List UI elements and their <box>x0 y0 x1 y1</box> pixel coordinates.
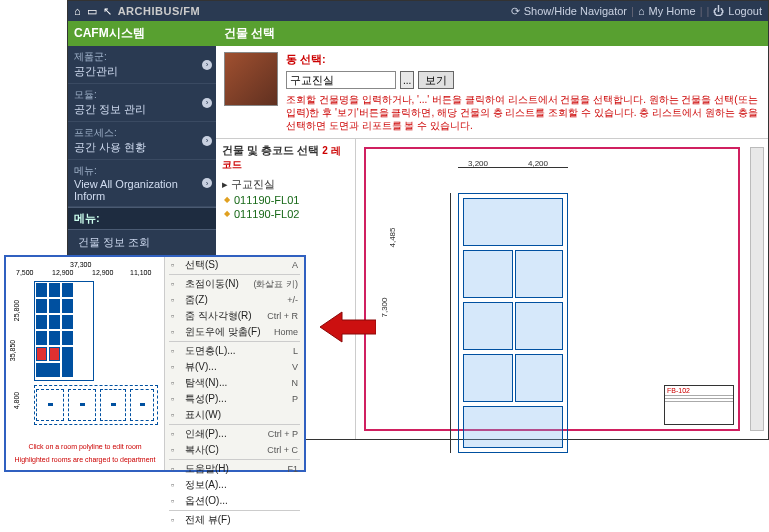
title-block-row <box>665 399 733 402</box>
sidebar-group-product[interactable]: 제품군: 공간관리 › <box>68 46 216 84</box>
context-menu-shortcut: L <box>293 346 298 356</box>
context-menu-item[interactable]: ▫뷰(V)...V <box>165 359 304 375</box>
mini-floorplan[interactable]: 37,300 7,500 12,900 12,900 11,100 25,800… <box>10 261 160 441</box>
search-note: 조회할 건물명을 입력하거나, '...' 버튼을 클릭하여 리스트에서 건물을… <box>286 93 760 132</box>
mini-room-highlight[interactable] <box>36 315 47 329</box>
context-menu-item[interactable]: ▫줌 직사각형(R)Ctrl + R <box>165 308 304 324</box>
tool-icon: ▫ <box>171 480 185 490</box>
context-menu-separator <box>169 424 300 425</box>
nav-icon[interactable]: ▭ <box>87 5 97 18</box>
mini-room-highlight[interactable] <box>36 299 47 313</box>
mini-room-selected[interactable] <box>49 347 60 361</box>
tool-icon: ▫ <box>171 260 185 270</box>
folder-icon: ▸ <box>222 178 231 190</box>
room[interactable] <box>463 354 513 402</box>
context-menu-item[interactable]: ▫인쇄(P)...Ctrl + P <box>165 426 304 442</box>
chevron-right-icon[interactable]: › <box>202 178 212 188</box>
context-menu-item[interactable]: ▫전체 뷰(F) <box>165 512 304 528</box>
building-search-input[interactable] <box>286 71 396 89</box>
context-menu-item[interactable]: ▫정보(A)... <box>165 477 304 493</box>
tree-root-label: 구교진실 <box>231 178 275 190</box>
room[interactable] <box>463 198 563 246</box>
chevron-right-icon[interactable]: › <box>202 98 212 108</box>
context-menu-item[interactable]: ▫도움말(H)F1 <box>165 461 304 477</box>
popup-note-1: Click on a room polyline to edit room <box>10 441 160 453</box>
logout-link[interactable]: Logout <box>728 5 762 17</box>
search-label: 동 선택: <box>286 52 326 67</box>
context-menu-item[interactable]: ▫줌(Z)+/- <box>165 292 304 308</box>
chevron-right-icon[interactable]: › <box>202 136 212 146</box>
search-line: 동 선택: <box>286 52 760 67</box>
vertical-scrollbar[interactable] <box>750 147 764 431</box>
tool-icon: ▫ <box>171 464 185 474</box>
mini-room-highlight[interactable] <box>49 315 60 329</box>
context-menu-label: 인쇄(P)... <box>185 427 268 441</box>
mini-room-highlight[interactable] <box>49 331 60 345</box>
dim-label: 12,900 <box>92 269 113 276</box>
context-menu-item[interactable]: ▫표시(W) <box>165 407 304 423</box>
context-menu-item[interactable]: ▫윈도우에 맞춤(F)Home <box>165 324 304 340</box>
room[interactable] <box>463 302 513 350</box>
mini-room-highlight[interactable] <box>62 331 73 345</box>
context-menu-separator <box>169 274 300 275</box>
mini-room-highlight[interactable] <box>62 347 73 377</box>
cursor-icon[interactable]: ↖ <box>103 5 112 18</box>
zoom-popup: 37,300 7,500 12,900 12,900 11,100 25,800… <box>4 255 306 472</box>
mini-room-highlight[interactable] <box>36 363 60 377</box>
floorplan-panel: 3,200 4,200 7,300 4,485 <box>356 139 768 439</box>
context-menu-item[interactable]: ▫복사(C)Ctrl + C <box>165 442 304 458</box>
room[interactable] <box>515 354 563 402</box>
mini-room-highlight[interactable] <box>36 283 47 297</box>
tree-leaf[interactable]: 011190-FL01 <box>222 193 349 207</box>
refresh-icon[interactable]: ⟳ <box>511 5 520 18</box>
sidebar-group-module[interactable]: 모듈: 공간 정보 관리 › <box>68 84 216 122</box>
mini-room-highlight[interactable] <box>49 283 60 297</box>
sidebar-group-process[interactable]: 프로세스: 공간 사용 현황 › <box>68 122 216 160</box>
plan-frame[interactable]: 3,200 4,200 7,300 4,485 <box>364 147 740 431</box>
context-menu-item[interactable]: ▫옵션(O)... <box>165 493 304 509</box>
home-icon[interactable]: ⌂ <box>74 5 81 17</box>
context-menu-item[interactable]: ▫도면층(L)...L <box>165 343 304 359</box>
topbar-left: ⌂ ▭ ↖ ARCHIBUS/FM <box>74 5 200 18</box>
context-menu-shortcut: +/- <box>287 295 298 305</box>
tool-icon: ▫ <box>171 410 185 420</box>
show-hide-navigator-link[interactable]: Show/Hide Navigator <box>524 5 627 17</box>
mini-room-highlight[interactable] <box>62 299 73 313</box>
separator: | <box>706 5 709 17</box>
mini-room-selected[interactable] <box>36 347 47 361</box>
context-menu-separator <box>169 510 300 511</box>
context-menu-separator <box>169 459 300 460</box>
sidebar-title: CAFM시스템 <box>68 21 216 46</box>
context-menu-item[interactable]: ▫초점이동(N)(화살표 키) <box>165 276 304 292</box>
sidebar-group-menu[interactable]: 메뉴: View All Organization Inform › <box>68 160 216 207</box>
dim-label: 7,500 <box>16 269 34 276</box>
tree-leaf[interactable]: 011190-FL02 <box>222 207 349 221</box>
mini-room-highlight[interactable] <box>49 299 60 313</box>
mini-room-highlight[interactable] <box>62 283 73 297</box>
room[interactable] <box>463 406 563 448</box>
chevron-right-icon[interactable]: › <box>202 60 212 70</box>
tool-icon: ▫ <box>171 394 185 404</box>
my-home-link[interactable]: My Home <box>649 5 696 17</box>
mini-room-highlight[interactable] <box>36 331 47 345</box>
door-marker <box>111 403 116 406</box>
tree-root[interactable]: ▸ 구교진실 <box>222 176 349 193</box>
go-button[interactable]: 보기 <box>418 71 454 89</box>
dim-line <box>458 167 568 168</box>
logout-icon[interactable]: ⏻ <box>713 5 724 17</box>
context-menu-label: 탐색(N)... <box>185 376 292 390</box>
myhome-icon[interactable]: ⌂ <box>638 5 645 17</box>
context-menu-label: 줌 직사각형(R) <box>185 309 267 323</box>
context-menu-shortcut: F1 <box>287 464 298 474</box>
mini-room-highlight[interactable] <box>62 315 73 329</box>
context-menu-label: 윈도우에 맞춤(F) <box>185 325 274 339</box>
sidebar-item[interactable]: 건물 정보 조회 <box>68 232 216 253</box>
dim-line <box>450 193 451 453</box>
picker-button[interactable]: ... <box>400 71 414 89</box>
room[interactable] <box>515 302 563 350</box>
context-menu-item[interactable]: ▫탐색(N)...N <box>165 375 304 391</box>
room[interactable] <box>463 250 513 298</box>
room[interactable] <box>515 250 563 298</box>
context-menu-item[interactable]: ▫특성(P)...P <box>165 391 304 407</box>
context-menu-item[interactable]: ▫선택(S)A <box>165 257 304 273</box>
